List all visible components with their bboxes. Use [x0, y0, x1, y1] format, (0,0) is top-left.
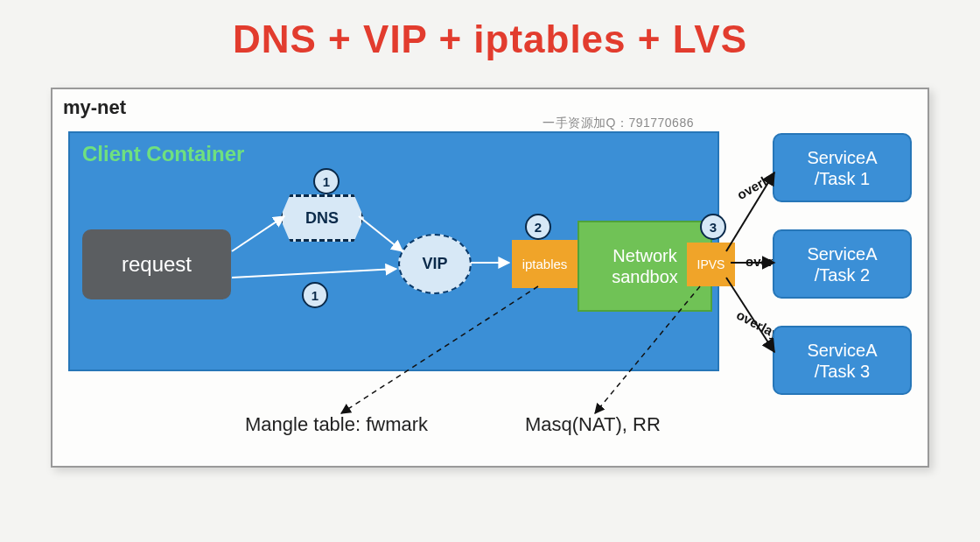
- vip-node: VIP: [398, 234, 472, 294]
- service-task-1: ServiceA/Task 1: [773, 133, 912, 202]
- caption-mangle: Mangle table: fwmark: [245, 413, 428, 436]
- service-task-3: ServiceA/Task 3: [773, 326, 912, 395]
- client-container: Client Container request DNS VIP iptable…: [68, 131, 719, 371]
- step-badge-1-top: 1: [313, 168, 340, 194]
- client-container-label: Client Container: [82, 142, 244, 166]
- slide-title: DNS + VIP + iptables + LVS: [0, 0, 980, 61]
- request-node: request: [82, 229, 231, 299]
- network-label: my-net: [63, 96, 126, 119]
- svg-line-0: [232, 216, 284, 251]
- diagram-frame: my-net 一手资源加Q：791770686 Client Container…: [51, 88, 929, 468]
- step-badge-3: 3: [700, 214, 726, 240]
- step-badge-2: 2: [525, 214, 551, 240]
- svg-line-2: [232, 269, 396, 278]
- watermark-text: 一手资源加Q：791770686: [542, 116, 694, 131]
- svg-line-1: [359, 216, 402, 251]
- ipvs-node: IPVS: [687, 243, 735, 286]
- iptables-node: iptables: [512, 240, 578, 288]
- caption-masq: Masq(NAT), RR: [525, 413, 661, 436]
- service-task-2: ServiceA/Task 2: [773, 229, 912, 299]
- step-badge-1-bottom: 1: [302, 282, 328, 308]
- dns-node: DNS: [280, 194, 364, 242]
